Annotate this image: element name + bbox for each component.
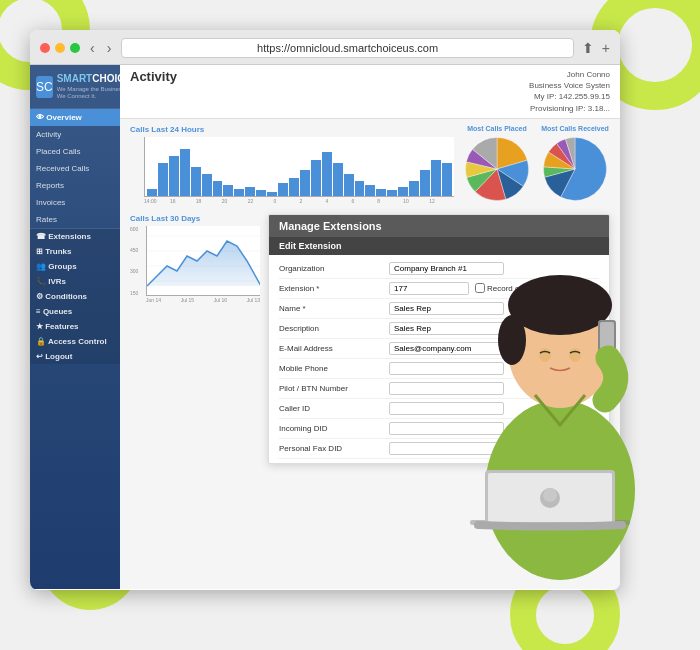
sidebar-item-received-calls[interactable]: Received Calls xyxy=(30,160,120,177)
sidebar-section-queues[interactable]: ≡ Queues xyxy=(30,304,120,319)
main-header: Activity John Conno Business Voice Syste… xyxy=(120,65,620,119)
traffic-lights xyxy=(40,43,80,53)
pie1-chart xyxy=(462,134,532,204)
bar xyxy=(147,189,157,196)
bar xyxy=(420,170,430,195)
back-button[interactable]: ‹ xyxy=(88,40,97,56)
bar xyxy=(234,189,244,196)
pie1-wrapper: Most Calls Placed xyxy=(462,125,532,208)
sidebar-logo: SC SMARTCHOICE We Manage the Business, W… xyxy=(30,65,120,109)
sidebar-section-features[interactable]: ★ Features xyxy=(30,319,120,334)
calls-30-container: Calls Last 30 Days xyxy=(130,214,260,464)
label-pilot: Pilot / BTN Number xyxy=(279,384,389,393)
pie2-wrapper: Most Calls Received xyxy=(540,125,610,208)
bar xyxy=(333,163,343,196)
pie1-title: Most Calls Placed xyxy=(462,125,532,132)
bar xyxy=(289,178,299,196)
bar xyxy=(213,181,223,196)
url-bar[interactable]: https://omnicloud.smartchoiceus.com xyxy=(121,38,573,58)
sidebar: SC SMARTCHOICE We Manage the Business, W… xyxy=(30,65,120,589)
sidebar-section-access-control[interactable]: 🔒 Access Control xyxy=(30,334,120,349)
bar xyxy=(398,187,408,196)
bar xyxy=(267,192,277,196)
bar xyxy=(387,190,397,196)
sidebar-section-groups[interactable]: 👥 Groups xyxy=(30,259,120,274)
logo-icon: SC xyxy=(36,76,53,98)
label-extension: Extension * xyxy=(279,284,389,293)
label-fax-did: Personal Fax DID xyxy=(279,444,389,453)
bar xyxy=(158,163,168,196)
forward-button[interactable]: › xyxy=(105,40,114,56)
label-name: Name * xyxy=(279,304,389,313)
minimize-button[interactable] xyxy=(55,43,65,53)
bar xyxy=(256,190,266,196)
label-incoming-did: Incoming DID xyxy=(279,424,389,433)
sidebar-overview[interactable]: 👁 Overview xyxy=(30,109,120,126)
svg-point-14 xyxy=(539,348,551,362)
label-description: Description xyxy=(279,324,389,333)
sidebar-section-ivrs[interactable]: 📞 IVRs xyxy=(30,274,120,289)
bar-chart xyxy=(144,137,454,197)
person-illustration xyxy=(450,210,670,590)
bar xyxy=(180,149,190,196)
share-button[interactable]: ⬆ xyxy=(582,40,594,56)
bar xyxy=(202,174,212,196)
sidebar-item-activity[interactable]: Activity xyxy=(30,126,120,143)
bar xyxy=(278,183,288,196)
bar xyxy=(322,152,332,196)
bar xyxy=(344,174,354,196)
close-button[interactable] xyxy=(40,43,50,53)
svg-point-13 xyxy=(543,488,557,502)
svg-point-4 xyxy=(498,315,526,365)
bar xyxy=(355,181,365,196)
sidebar-item-placed-calls[interactable]: Placed Calls xyxy=(30,143,120,160)
pie2-chart xyxy=(540,134,610,204)
charts-row: Calls Last 24 Hours 14:00 16 18 20 22 0 xyxy=(130,125,610,208)
browser-chrome: ‹ › https://omnicloud.smartchoiceus.com … xyxy=(30,30,620,65)
label-mobile: Mobile Phone xyxy=(279,364,389,373)
sidebar-section-trunks[interactable]: ⊞ Trunks xyxy=(30,244,120,259)
sidebar-section-conditions[interactable]: ⚙ Conditions xyxy=(30,289,120,304)
bar xyxy=(169,156,179,196)
bar xyxy=(311,160,321,196)
bar xyxy=(442,163,452,196)
sidebar-item-rates[interactable]: Rates xyxy=(30,211,120,228)
bar-chart-container: Calls Last 24 Hours 14:00 16 18 20 22 0 xyxy=(130,125,454,208)
maximize-button[interactable] xyxy=(70,43,80,53)
page-title: Activity xyxy=(130,69,177,84)
bar xyxy=(223,185,233,196)
bar-chart-x-labels: 14:00 16 18 20 22 0 2 4 6 8 10 xyxy=(144,198,454,204)
bar xyxy=(409,181,419,196)
sidebar-item-reports[interactable]: Reports xyxy=(30,177,120,194)
svg-point-15 xyxy=(569,348,581,362)
svg-point-3 xyxy=(508,275,612,335)
pie-charts-container: Most Calls Placed Most Calls Received xyxy=(462,125,610,208)
sidebar-item-invoices[interactable]: Invoices xyxy=(30,194,120,211)
label-email: E-Mail Address xyxy=(279,344,389,353)
area-chart-svg xyxy=(147,226,260,296)
bar-chart-title: Calls Last 24 Hours xyxy=(130,125,454,134)
sidebar-section-extensions[interactable]: ☎ Extensions xyxy=(30,229,120,244)
area-chart-title: Calls Last 30 Days xyxy=(130,214,260,223)
bar xyxy=(245,187,255,196)
label-callerid: Caller ID xyxy=(279,404,389,413)
bar xyxy=(365,185,375,196)
pie2-title: Most Calls Received xyxy=(540,125,610,132)
bar xyxy=(300,170,310,195)
bar xyxy=(191,167,201,196)
label-organization: Organization xyxy=(279,264,389,273)
user-info: John Conno Business Voice Systen My IP: … xyxy=(529,69,610,114)
area-chart xyxy=(146,226,260,296)
sidebar-section-logout[interactable]: ↩ Logout xyxy=(30,349,120,364)
bar xyxy=(431,160,441,196)
bar xyxy=(376,189,386,196)
new-tab-button[interactable]: + xyxy=(602,40,610,56)
